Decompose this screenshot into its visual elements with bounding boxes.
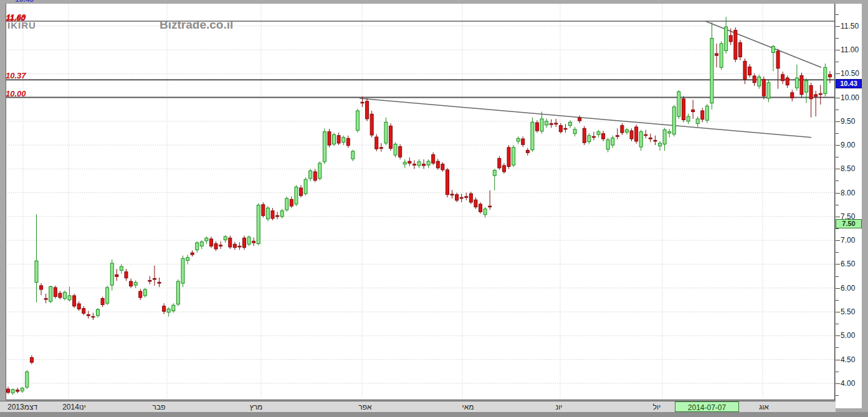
- candle-body: [535, 123, 538, 131]
- candle-body: [781, 75, 785, 81]
- candle-body: [715, 54, 718, 55]
- candle-body: [729, 35, 732, 42]
- candle-body: [824, 67, 827, 93]
- candle-body: [805, 81, 808, 92]
- candle-body: [592, 136, 595, 138]
- y-axis-label: 9.00: [841, 141, 855, 149]
- y-axis-tick: [836, 360, 840, 360]
- candle-body: [328, 132, 331, 145]
- y-axis-tick: [836, 240, 840, 241]
- candle-body: [333, 134, 336, 144]
- price-axis[interactable]: 11.5011.0010.5010.009.509.008.508.007.50…: [836, 4, 862, 408]
- candle-body: [21, 388, 24, 391]
- candle-body: [167, 309, 170, 312]
- y-axis-tick: [836, 383, 840, 384]
- candle-body: [337, 136, 340, 143]
- candle-body: [356, 111, 359, 130]
- candle-body: [701, 111, 704, 119]
- candle-body: [635, 127, 638, 141]
- candle-body: [59, 293, 62, 298]
- candle-body: [191, 253, 194, 255]
- candle-body: [224, 237, 227, 240]
- y-axis-label: 5.00: [841, 331, 855, 340]
- candle-body: [522, 139, 525, 144]
- candle-body: [654, 140, 657, 141]
- candle-body: [139, 291, 142, 298]
- candle-body: [11, 390, 14, 393]
- candle-body: [106, 288, 109, 303]
- y-axis-tick: [836, 180, 839, 181]
- candle-body: [474, 200, 477, 207]
- candle-body: [748, 67, 751, 75]
- candle-body: [489, 206, 492, 207]
- y-axis-label: 7.00: [841, 236, 855, 245]
- candle-body: [44, 299, 47, 300]
- candle-body: [176, 281, 179, 304]
- candle-body: [238, 246, 241, 247]
- candle-body: [771, 47, 775, 53]
- candle-body: [507, 148, 510, 167]
- candlestick-chart[interactable]: [6, 4, 835, 400]
- candle-body: [540, 119, 543, 131]
- candle-body: [229, 238, 232, 247]
- y-axis-tick: [836, 335, 840, 336]
- y-axis-tick: [836, 395, 839, 396]
- candle-body: [394, 144, 397, 156]
- level-price-badge: 7.50: [836, 219, 862, 228]
- candle-body: [82, 309, 85, 314]
- candle-body: [526, 150, 529, 152]
- candle-body: [342, 138, 345, 143]
- candle-body: [26, 372, 29, 387]
- x-axis-month-label: יול: [653, 403, 661, 411]
- chart-window: 10.43 IKIRU Biztrade.co.il 11.69 11.60 1…: [0, 0, 868, 417]
- candle-body: [318, 163, 322, 178]
- candle-body: [7, 389, 10, 392]
- candle-body: [209, 239, 212, 246]
- y-axis-label: 8.50: [841, 164, 855, 173]
- y-axis-tick: [836, 98, 840, 98]
- candle-body: [63, 293, 66, 299]
- candle-body: [441, 164, 444, 170]
- candle-body: [200, 241, 203, 246]
- candle-body: [436, 161, 439, 168]
- candle-body: [762, 79, 765, 96]
- candle-body: [639, 132, 642, 147]
- chart-plot-area[interactable]: [6, 4, 835, 400]
- candle-body: [743, 61, 746, 79]
- candle-body: [375, 137, 378, 149]
- y-axis-tick: [836, 228, 839, 229]
- selected-date-box[interactable]: 2014-07-07: [675, 401, 739, 412]
- candle-body: [517, 138, 520, 141]
- candle-body: [479, 204, 482, 212]
- y-axis-tick: [836, 300, 839, 301]
- candle-body: [776, 51, 780, 68]
- candle-body: [493, 171, 496, 176]
- candle-body: [120, 266, 123, 270]
- x-axis-month-label: אוג: [759, 403, 769, 411]
- y-axis-tick: [836, 38, 839, 39]
- candle-body: [143, 289, 146, 296]
- candle-body: [148, 281, 151, 282]
- y-axis-label: 11.50: [841, 22, 859, 30]
- candle-body: [828, 75, 831, 77]
- y-axis-tick: [836, 73, 840, 74]
- y-axis-tick: [836, 312, 840, 312]
- candle-body: [257, 205, 260, 244]
- candle-body: [384, 122, 388, 143]
- candle-body: [455, 195, 459, 200]
- candle-body: [465, 197, 468, 198]
- candle-body: [649, 138, 652, 139]
- candle-body: [734, 30, 737, 60]
- y-axis-tick: [836, 288, 840, 289]
- candle-body: [40, 286, 43, 289]
- candle-body: [304, 179, 307, 194]
- y-axis-label: 6.50: [841, 260, 855, 268]
- candle-body: [271, 211, 274, 218]
- y-axis-tick: [836, 133, 839, 134]
- candle-body: [767, 83, 770, 98]
- candle-body: [795, 78, 798, 88]
- candle-body: [285, 199, 289, 210]
- y-axis-tick: [836, 193, 840, 194]
- candle-body: [54, 288, 57, 297]
- candle-body: [588, 136, 591, 142]
